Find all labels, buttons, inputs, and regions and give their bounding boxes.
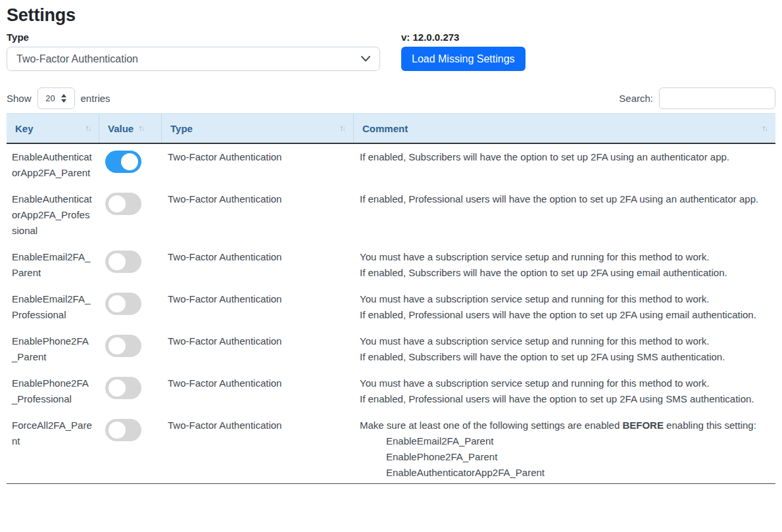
setting-comment: Make sure at least one of the following … bbox=[353, 412, 775, 483]
show-label: Show bbox=[7, 93, 32, 104]
comment-text: You must have a subscription service set… bbox=[360, 377, 709, 389]
comment-line: EnablePhone2FA_Parent bbox=[360, 449, 769, 465]
entries-select[interactable]: 20 bbox=[37, 87, 75, 109]
toggle-knob bbox=[109, 253, 126, 270]
value-toggle[interactable] bbox=[105, 193, 141, 215]
value-toggle[interactable] bbox=[105, 251, 141, 273]
stepper-arrows-icon bbox=[61, 94, 66, 103]
chevron-down-icon bbox=[361, 56, 370, 62]
entries-select-value: 20 bbox=[45, 93, 55, 103]
search-label: Search: bbox=[619, 93, 653, 104]
comment-line: EnableAuthenticatorApp2FA_Parent bbox=[360, 465, 769, 481]
value-toggle[interactable] bbox=[105, 335, 141, 357]
comment-text: Make sure at least one of the following … bbox=[360, 420, 622, 431]
type-select-value: Two-Factor Authentication bbox=[16, 53, 138, 65]
comment-text: If enabled, Subscribers will have the op… bbox=[360, 151, 729, 162]
column-header-key[interactable]: Key ↑↓ bbox=[7, 114, 99, 143]
value-toggle[interactable] bbox=[105, 419, 141, 441]
filter-row: Type Two-Factor Authentication v: 12.0.0… bbox=[7, 32, 775, 71]
sort-icons: ↑↓ bbox=[762, 124, 767, 133]
comment-line: If enabled, Professional users will have… bbox=[360, 391, 769, 407]
comment-text: You must have a subscription service set… bbox=[360, 293, 709, 304]
setting-value-cell bbox=[99, 286, 161, 328]
setting-key: ForceAll2FA_Parent bbox=[7, 412, 99, 483]
setting-key: EnablePhone2FA_Parent bbox=[7, 328, 99, 370]
table-row: EnableEmail2FA_ProfessionalTwo-Factor Au… bbox=[7, 286, 775, 328]
setting-type: Two-Factor Authentication bbox=[161, 244, 353, 286]
type-select[interactable]: Two-Factor Authentication bbox=[7, 47, 380, 71]
setting-comment: You must have a subscription service set… bbox=[353, 244, 775, 286]
setting-type: Two-Factor Authentication bbox=[161, 328, 353, 370]
setting-value-cell bbox=[99, 370, 161, 412]
comment-line: EnableEmail2FA_Parent bbox=[360, 433, 769, 449]
table-row: EnableAuthenticatorApp2FA_ParentTwo-Fact… bbox=[7, 144, 775, 186]
comment-text: If enabled, Subscribers will have the op… bbox=[360, 267, 727, 278]
comment-line: If enabled, Professional users will have… bbox=[360, 191, 769, 207]
table-row: EnableEmail2FA_ParentTwo-Factor Authenti… bbox=[7, 244, 775, 286]
column-header-label: Value bbox=[108, 123, 134, 134]
comment-text: If enabled, Professional users will have… bbox=[360, 193, 758, 205]
table-row: EnablePhone2FA_ParentTwo-Factor Authenti… bbox=[7, 328, 775, 370]
setting-type: Two-Factor Authentication bbox=[161, 286, 353, 328]
toggle-knob bbox=[109, 422, 126, 439]
toggle-knob bbox=[109, 337, 126, 354]
type-label: Type bbox=[7, 32, 380, 43]
comment-text: EnablePhone2FA_Parent bbox=[386, 451, 497, 462]
setting-value-cell bbox=[99, 144, 161, 186]
value-toggle[interactable] bbox=[105, 377, 141, 399]
comment-text: If enabled, Subscribers will have the op… bbox=[360, 351, 725, 362]
sort-icons: ↑↓ bbox=[138, 124, 143, 133]
setting-key: EnableAuthenticatorApp2FA_Parent bbox=[7, 144, 99, 186]
load-missing-settings-button[interactable]: Load Missing Settings bbox=[401, 47, 525, 71]
setting-comment: You must have a subscription service set… bbox=[353, 286, 775, 328]
comment-text: If enabled, Professional users will have… bbox=[360, 309, 756, 320]
settings-table: Key ↑↓ Value ↑↓ Type ↑↓ Comment ↑↓ Enabl… bbox=[7, 113, 775, 484]
toggle-knob bbox=[109, 379, 126, 397]
column-header-label: Comment bbox=[362, 123, 408, 134]
entries-label: entries bbox=[81, 93, 110, 104]
comment-line: You must have a subscription service set… bbox=[360, 333, 769, 349]
comment-bold-text: BEFORE bbox=[622, 420, 664, 431]
comment-line: Make sure at least one of the following … bbox=[360, 418, 769, 433]
setting-value-cell bbox=[99, 186, 161, 244]
setting-value-cell bbox=[99, 244, 161, 286]
table-controls: Show 20 entries Search: bbox=[7, 87, 775, 109]
table-header-row: Key ↑↓ Value ↑↓ Type ↑↓ Comment ↑↓ bbox=[7, 113, 775, 144]
column-header-type[interactable]: Type ↑↓ bbox=[161, 114, 353, 143]
column-header-value[interactable]: Value ↑↓ bbox=[99, 114, 161, 143]
setting-comment: You must have a subscription service set… bbox=[353, 328, 775, 370]
sort-icons: ↑↓ bbox=[85, 124, 90, 133]
comment-text: EnableEmail2FA_Parent bbox=[386, 435, 493, 447]
setting-type: Two-Factor Authentication bbox=[161, 412, 353, 483]
setting-value-cell bbox=[99, 412, 161, 483]
version-text: v: 12.0.0.273 bbox=[401, 32, 525, 43]
toggle-knob bbox=[109, 195, 126, 212]
setting-comment: If enabled, Subscribers will have the op… bbox=[353, 144, 775, 186]
setting-key: EnableEmail2FA_Parent bbox=[7, 244, 99, 286]
setting-comment: If enabled, Professional users will have… bbox=[353, 186, 775, 244]
comment-text: enabling this setting: bbox=[664, 420, 756, 431]
sort-icons: ↑↓ bbox=[339, 124, 345, 133]
search-input[interactable] bbox=[659, 87, 775, 109]
comment-line: If enabled, Subscribers will have the op… bbox=[360, 265, 769, 281]
comment-line: If enabled, Professional users will have… bbox=[360, 307, 769, 323]
value-toggle[interactable] bbox=[105, 151, 141, 173]
comment-line: You must have a subscription service set… bbox=[360, 291, 769, 307]
column-header-label: Type bbox=[170, 123, 193, 134]
comment-text: EnableAuthenticatorApp2FA_Parent bbox=[386, 467, 545, 478]
value-toggle[interactable] bbox=[105, 293, 141, 315]
column-header-comment[interactable]: Comment ↑↓ bbox=[353, 114, 775, 143]
toggle-knob bbox=[109, 295, 126, 312]
setting-type: Two-Factor Authentication bbox=[161, 144, 353, 186]
page-title: Settings bbox=[7, 5, 775, 26]
setting-key: EnableAuthenticatorApp2FA_Professional bbox=[7, 186, 99, 244]
setting-key: EnableEmail2FA_Professional bbox=[7, 286, 99, 328]
setting-type: Two-Factor Authentication bbox=[161, 186, 353, 244]
comment-text: If enabled, Professional users will have… bbox=[360, 393, 754, 404]
toggle-knob bbox=[121, 153, 138, 170]
setting-value-cell bbox=[99, 328, 161, 370]
table-body: EnableAuthenticatorApp2FA_ParentTwo-Fact… bbox=[7, 144, 775, 483]
comment-text: You must have a subscription service set… bbox=[360, 251, 709, 262]
comment-text: You must have a subscription service set… bbox=[360, 335, 709, 347]
table-row: ForceAll2FA_ParentTwo-Factor Authenticat… bbox=[7, 412, 775, 483]
